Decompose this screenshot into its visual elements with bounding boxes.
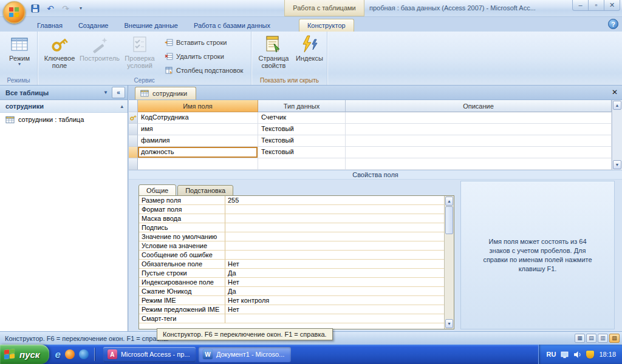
field-description-cell[interactable] <box>346 147 612 158</box>
taskbar-button-access[interactable]: A Microsoft Access - пр... <box>103 347 196 362</box>
column-header-description[interactable]: Описание <box>346 100 612 112</box>
property-sheet-button[interactable]: Страница свойств <box>253 33 293 69</box>
browser-globe-icon[interactable] <box>79 349 89 359</box>
view-button[interactable]: Режим ▾ <box>4 33 35 66</box>
field-type-cell[interactable]: Текстовый <box>258 147 346 158</box>
test-validation-button[interactable]: Проверка условий <box>120 33 160 69</box>
pivottable-view-button[interactable]: ▤ <box>586 334 596 343</box>
property-value-field[interactable]: Нет <box>225 260 444 269</box>
property-value-field[interactable]: Да <box>225 269 444 278</box>
property-sheet-label: Страница свойств <box>253 55 293 69</box>
contextual-tools-label: Работа с таблицами <box>284 0 364 16</box>
field-name-cell[interactable] <box>138 158 258 170</box>
ribbon-tab[interactable]: Внешние данные <box>117 19 186 32</box>
qat-customize-button[interactable]: ▾ <box>75 2 87 14</box>
design-view-button[interactable]: ▧ <box>609 334 620 343</box>
field-description-cell[interactable] <box>346 158 612 170</box>
internet-explorer-icon[interactable]: e <box>55 349 60 360</box>
group-label-views[interactable]: Режимы <box>0 77 37 84</box>
property-value-field[interactable] <box>225 251 444 260</box>
property-value-field[interactable] <box>225 223 444 232</box>
ribbon-tab[interactable]: Главная <box>29 19 70 32</box>
document-tab[interactable]: сотрудники <box>135 87 196 99</box>
row-selector[interactable] <box>129 147 138 158</box>
field-name-cell[interactable]: КодСотрудника <box>138 112 258 124</box>
column-header-field-name[interactable]: Имя поля <box>138 100 258 112</box>
close-document-icon[interactable]: ✕ <box>612 89 618 96</box>
scrollbar-thumb[interactable] <box>445 206 453 234</box>
start-button[interactable]: пуск <box>0 345 49 364</box>
chevron-down-icon[interactable]: ▼ <box>103 90 108 95</box>
minimize-button[interactable]: – <box>572 0 589 11</box>
scroll-up-icon[interactable]: ▲ <box>613 101 621 110</box>
nav-item-label: сотрудники : таблица <box>18 116 84 123</box>
scroll-down-icon[interactable]: ▼ <box>613 160 621 169</box>
field-name-cell[interactable]: фамилия <box>138 135 258 147</box>
property-tabs: Общие Подстановка <box>138 184 234 196</box>
row-selector[interactable] <box>129 135 138 147</box>
help-button[interactable]: ? <box>608 19 618 29</box>
row-selector[interactable] <box>129 112 138 124</box>
nav-group-header[interactable]: сотрудники ▴ <box>0 100 128 113</box>
volume-icon[interactable] <box>573 351 581 359</box>
builder-button[interactable]: Построитель <box>80 33 120 62</box>
field-type-cell[interactable]: Текстовый <box>258 124 346 135</box>
lookup-column-button[interactable]: Столбец подстановок <box>163 64 247 76</box>
row-selector[interactable] <box>129 124 138 135</box>
property-value-field[interactable] <box>225 205 444 214</box>
firefox-icon[interactable] <box>65 349 75 359</box>
field-description-cell[interactable] <box>346 135 612 147</box>
property-value-field[interactable]: Да <box>225 287 444 296</box>
property-tab[interactable]: Подстановка <box>177 185 233 196</box>
language-indicator[interactable]: RU <box>547 351 556 358</box>
insert-rows-button[interactable]: Вставить строки <box>163 36 247 48</box>
group-label-tools[interactable]: Сервис <box>38 77 251 84</box>
property-value-field[interactable] <box>225 214 444 223</box>
property-tab[interactable]: Общие <box>138 184 176 197</box>
property-value-field[interactable]: Нет контроля <box>225 296 444 305</box>
document-tab-label: сотрудники <box>152 90 187 97</box>
datasheet-view-button[interactable]: ▦ <box>575 334 585 343</box>
nav-collapse-button[interactable]: « <box>112 87 125 98</box>
ribbon-tab[interactable]: Создание <box>70 19 117 32</box>
property-value-field[interactable]: 255 <box>225 196 444 205</box>
field-type-cell[interactable]: Счетчик <box>258 112 346 124</box>
group-label-show-hide[interactable]: Показать или скрыть <box>251 77 327 84</box>
display-icon[interactable] <box>561 351 569 359</box>
ribbon-tab-design[interactable]: Конструктор <box>299 19 354 32</box>
taskbar-divider <box>94 348 95 361</box>
property-value-field[interactable] <box>225 232 444 241</box>
pivotchart-view-button[interactable]: ▥ <box>598 334 608 343</box>
security-shield-icon[interactable] <box>586 351 594 359</box>
maximize-button[interactable]: ▫ <box>588 0 604 11</box>
property-value-field[interactable] <box>225 241 444 251</box>
grid-vertical-scrollbar[interactable]: ▲ ▼ <box>612 100 622 170</box>
nav-pane-header[interactable]: Все таблицы ▼ « <box>0 86 128 100</box>
property-value-field[interactable]: Нет <box>225 278 444 287</box>
field-description-cell[interactable] <box>346 112 612 124</box>
office-button[interactable] <box>3 1 26 24</box>
field-description-cell[interactable] <box>346 124 612 135</box>
column-header-data-type[interactable]: Тип данных <box>258 100 346 112</box>
row-selector[interactable] <box>129 158 138 170</box>
field-type-cell[interactable]: Текстовый <box>258 135 346 147</box>
close-button[interactable]: ✕ <box>604 0 620 11</box>
taskbar-button-word[interactable]: W Документ1 - Microso... <box>199 347 291 362</box>
scroll-up-icon[interactable]: ▲ <box>445 197 453 206</box>
primary-key-button[interactable]: Ключевое поле <box>39 33 80 69</box>
nav-table-item[interactable]: сотрудники : таблица <box>0 113 128 126</box>
field-name-cell[interactable]: должность <box>138 147 258 158</box>
field-type-cell[interactable] <box>258 158 346 170</box>
field-name-cell[interactable]: имя <box>138 124 258 135</box>
property-value-field[interactable]: Нет <box>225 305 444 314</box>
indexes-button[interactable]: Индексы <box>293 33 325 62</box>
scroll-down-icon[interactable]: ▼ <box>445 319 453 328</box>
redo-button[interactable]: ↷ <box>60 2 72 14</box>
property-value-field[interactable] <box>225 314 444 323</box>
undo-button[interactable]: ↶ <box>44 2 56 14</box>
delete-rows-button[interactable]: Удалить строки <box>163 50 247 62</box>
save-button[interactable] <box>29 2 41 14</box>
ribbon-tab[interactable]: Работа с базами данных <box>186 19 278 32</box>
property-grid-scrollbar[interactable]: ▲ ▼ <box>444 196 454 329</box>
clock[interactable]: 18:18 <box>599 351 616 358</box>
